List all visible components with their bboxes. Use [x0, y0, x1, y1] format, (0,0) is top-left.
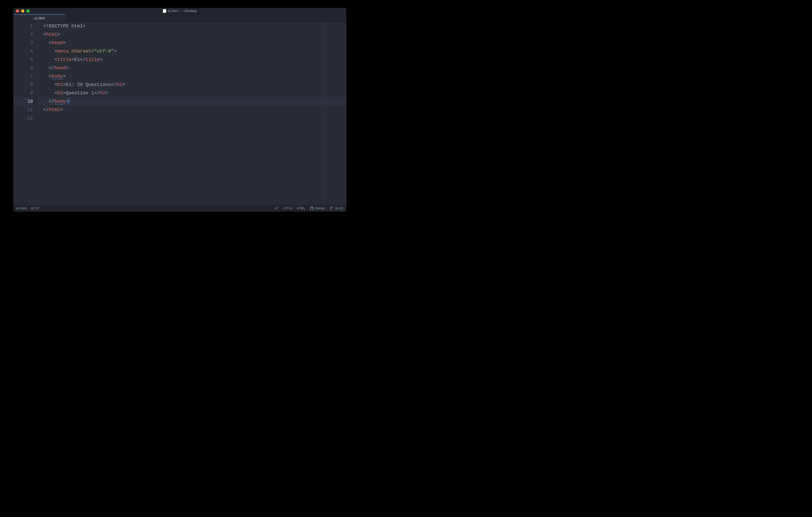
status-language[interactable]: HTML [297, 207, 306, 210]
line-number[interactable]: 6 [13, 64, 33, 72]
window-title: e1.html — ~/Desktop [163, 9, 197, 13]
titlebar[interactable]: e1.html — ~/Desktop [13, 8, 346, 14]
line-number[interactable]: 12 [13, 114, 33, 122]
line-number[interactable]: 11 [13, 105, 33, 114]
github-icon [310, 207, 314, 210]
status-file[interactable]: e1.html [17, 207, 27, 210]
code-line[interactable]: </body> [38, 97, 346, 105]
line-number[interactable]: 7 [13, 72, 33, 81]
tab-label: e1.html [34, 17, 45, 20]
status-eol[interactable]: LF [275, 207, 279, 210]
code-line[interactable]: <h1>E1: 20 Questions</h1> [43, 81, 346, 89]
code-editor[interactable]: 123456789101112 <!DOCTYPE html><html> <h… [13, 22, 346, 205]
zoom-window-button[interactable] [26, 9, 30, 12]
line-number[interactable]: 1 [13, 22, 33, 30]
line-number[interactable]: 8 [13, 81, 33, 89]
line-number[interactable]: 3 [13, 39, 33, 47]
code-line[interactable]: <html> [43, 30, 346, 39]
code-line[interactable]: <!DOCTYPE html> [43, 22, 346, 30]
code-line[interactable]: <body> [43, 72, 346, 81]
tab-e1-html[interactable]: e1.html [13, 14, 66, 22]
code-line[interactable]: <head> [43, 39, 346, 47]
status-encoding[interactable]: UTF-8 [283, 207, 292, 210]
line-number[interactable]: 5 [13, 55, 33, 64]
code-line[interactable]: <meta charset="utf-8"> [43, 47, 346, 55]
text-cursor [68, 98, 69, 104]
code-line[interactable]: </html> [43, 105, 346, 114]
status-git-label: Git (0) [335, 207, 343, 210]
code-line[interactable]: </head> [43, 64, 346, 72]
status-bar: e1.html 10:10 LF UTF-8 HTML GitHub Gi [13, 205, 346, 212]
git-branch-icon [329, 207, 333, 210]
traffic-lights [13, 9, 30, 12]
line-number[interactable]: 2 [13, 30, 33, 39]
file-icon [163, 9, 166, 13]
code-line[interactable] [43, 114, 346, 122]
status-github[interactable]: GitHub [310, 207, 325, 210]
status-position[interactable]: 10:10 [31, 207, 39, 210]
code-line[interactable]: <title>E1</title> [43, 55, 346, 64]
line-number-gutter[interactable]: 123456789101112 [13, 22, 38, 205]
tab-bar[interactable]: e1.html [13, 14, 346, 22]
status-git[interactable]: Git (0) [329, 207, 343, 210]
minimize-window-button[interactable] [21, 9, 24, 12]
window-title-text: e1.html — ~/Desktop [167, 9, 197, 13]
code-line[interactable]: <h2>Question 1</h2> [43, 89, 346, 97]
line-number[interactable]: 4 [13, 47, 33, 55]
status-github-label: GitHub [315, 207, 325, 210]
line-number[interactable]: 9 [13, 89, 33, 97]
code-area[interactable]: <!DOCTYPE html><html> <head> <meta chars… [38, 22, 346, 205]
editor-window: e1.html — ~/Desktop e1.html 123456789101… [13, 8, 346, 212]
line-number[interactable]: 10 [13, 97, 33, 105]
close-window-button[interactable] [16, 9, 19, 12]
